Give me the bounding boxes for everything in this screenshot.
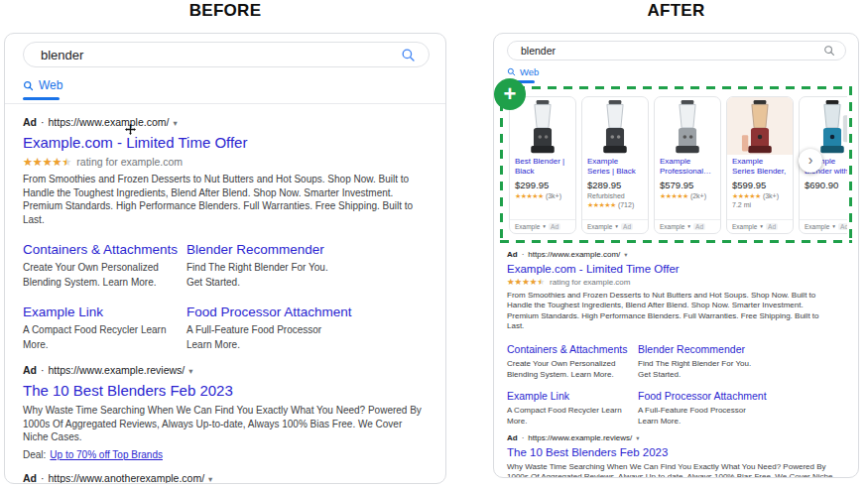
ad-url-line: Ad · https://www.example.com/ ▾ (507, 250, 846, 259)
ad-block-1: Ad · https://www.example.com/ ▾ Example.… (23, 116, 430, 226)
product-distance: 7.2 mi (732, 201, 788, 208)
merchant-name[interactable]: Example (805, 223, 829, 230)
product-review-count: (3k+) (763, 192, 779, 199)
merchant-caret[interactable]: ▾ (543, 223, 546, 229)
sitelink: Food Processor Attachment A Full-Feature… (638, 390, 846, 427)
rating-text: rating for example.com (76, 156, 183, 168)
sitelink-title[interactable]: Example Link (507, 390, 638, 402)
merchant-name[interactable]: Example (515, 223, 540, 230)
ad-url-line: Ad · https://www.anotherexample.com/ ▾ (23, 472, 430, 484)
sitelink-title[interactable]: Blender Recommender (638, 343, 846, 355)
product-price: $599.95 (732, 180, 788, 190)
sitelink-description: A Full-Feature Food Processor Learn More… (638, 405, 755, 427)
product-price: $579.95 (660, 180, 715, 190)
product-title[interactable]: Example Professional… (660, 157, 715, 177)
sitelink-description: Find The Right Blender For You. Get Star… (638, 358, 755, 380)
sitelink: Blender Recommender Find The Right Blend… (638, 343, 846, 380)
ad-badge: Ad (621, 223, 633, 230)
ad-block-2: Ad · https://www.example.reviews/ ▾ The … (23, 364, 430, 460)
ad-options-caret[interactable]: ▾ (188, 366, 192, 376)
ad-url: https://www.example.com/ (49, 116, 170, 128)
product-condition: Refurbished (587, 192, 643, 199)
ad-title-link[interactable]: Example.com - Limited Time Offer (23, 134, 430, 151)
merchant-caret[interactable]: ▾ (760, 223, 763, 229)
tab-web[interactable]: Web (23, 78, 430, 92)
ad-options-caret[interactable]: ▾ (173, 118, 177, 128)
plus-icon: + (504, 83, 517, 105)
sitelink-description: A Full-Feature Food Processor Learn More… (186, 323, 333, 352)
ad-badge: Ad (766, 223, 778, 230)
ad-description: Why Waste Time Searching When We Can Fin… (507, 462, 836, 479)
product-card[interactable]: Example Professional… $579.95 ★★★★★(2k+)… (654, 96, 721, 234)
ad-title-link[interactable]: The 10 Best Blenders Feb 2023 (507, 446, 846, 458)
ad-options-caret[interactable]: ▾ (208, 474, 212, 484)
highlight-border-left (500, 86, 503, 243)
sitelink: Example Link A Compact Food Recycler Lea… (23, 305, 186, 352)
sitelinks-grid: Containers & Attachments Create Your Own… (23, 242, 430, 352)
star-rating: ★★★★★★★★★★ (23, 157, 71, 168)
product-merchant-row: Example ▾ Ad (510, 219, 575, 233)
sitelink-title[interactable]: Example Link (23, 305, 186, 319)
product-merchant-row: Example ▾ Ad (800, 219, 847, 233)
sitelink-title[interactable]: Food Processor Attachment (186, 305, 430, 319)
ad-description: Why Waste Time Searching When We Can Fin… (23, 404, 422, 444)
product-stars: ★★★★★ (732, 192, 761, 199)
merchant-caret[interactable]: ▾ (687, 223, 690, 229)
ad-separator: · (41, 472, 45, 484)
after-heading: AFTER (493, 1, 859, 21)
product-card[interactable]: Example Series Blender, White $599.95 ★★… (726, 96, 794, 234)
ad-url: https://www.example.reviews/ (528, 433, 632, 442)
highlight-border-right (849, 86, 852, 243)
highlight-border-top (500, 86, 852, 89)
ad-block-2: Ad · https://www.example.reviews/ ▾ The … (507, 433, 846, 479)
product-price: $299.95 (515, 180, 570, 190)
ad-description: From Smoothies and Frozen Desserts to Nu… (23, 173, 422, 226)
carousel-next-button[interactable]: › (799, 149, 822, 173)
product-image (582, 97, 648, 155)
sitelink-title[interactable]: Food Processor Attachment (638, 390, 846, 402)
search-input[interactable] (521, 45, 823, 57)
ad-title-link[interactable]: The 10 Best Blenders Feb 2023 (23, 382, 430, 399)
merchant-caret[interactable]: ▾ (832, 223, 835, 229)
ad-options-caret[interactable]: ▾ (624, 251, 627, 259)
sitelink-title[interactable]: Containers & Attachments (23, 242, 186, 257)
merchant-caret[interactable]: ▾ (615, 223, 618, 229)
product-price: $690.90 (805, 180, 847, 190)
ad-label: Ad (507, 250, 518, 259)
ad-url-line: Ad · https://www.example.reviews/ ▾ (507, 433, 846, 442)
merchant-name[interactable]: Example (732, 223, 757, 230)
search-icon[interactable] (401, 48, 416, 62)
deal-label: Deal: (23, 449, 46, 460)
product-title[interactable]: Example Series | Black (587, 157, 643, 177)
ad-url-line: Ad · https://www.example.reviews/ ▾ (23, 364, 430, 376)
product-merchant-row: Example ▾ Ad (582, 219, 648, 233)
product-title[interactable]: Best Blender | Black (515, 157, 570, 177)
sitelink-description: A Compact Food Recycler Learn More. (507, 405, 624, 427)
sitelink-title[interactable]: Blender Recommender (186, 242, 430, 257)
sitelinks-grid: Containers & Attachments Create Your Own… (507, 343, 846, 427)
product-card[interactable]: Example Series | Black $289.95 Refurbish… (581, 96, 649, 234)
product-carousel-highlight: Best Blender | Black $299.95 ★★★★★(3k+) … (500, 86, 852, 243)
merchant-name[interactable]: Example (587, 223, 612, 230)
product-title[interactable]: Example Series Blender, White (732, 157, 788, 177)
product-carousel: Best Blender | Black $299.95 ★★★★★(3k+) … (509, 96, 847, 234)
product-merchant-row: Example ▾ Ad (727, 219, 793, 233)
sitelink-title[interactable]: Containers & Attachments (507, 343, 638, 355)
ad-url-line: Ad · https://www.example.com/ ▾ (23, 116, 430, 128)
before-heading: BEFORE (4, 1, 446, 21)
ad-label: Ad (23, 364, 37, 376)
deal-link[interactable]: Up to 70% off Top Brands (50, 449, 163, 460)
ad-title-link[interactable]: Example.com - Limited Time Offer (507, 263, 846, 275)
merchant-name[interactable]: Example (660, 223, 684, 230)
product-image (727, 97, 793, 155)
ad-options-caret[interactable]: ▾ (636, 434, 639, 442)
web-tab-label: Web (520, 66, 539, 77)
cursor-icon (125, 121, 136, 139)
product-card[interactable]: Best Blender | Black $299.95 ★★★★★(3k+) … (509, 96, 576, 234)
product-merchant-row: Example ▾ Ad (655, 219, 720, 233)
search-bar (23, 42, 430, 67)
tab-web[interactable]: Web (507, 66, 846, 77)
search-input[interactable] (41, 48, 401, 62)
web-tab-search-icon (507, 67, 516, 76)
search-icon[interactable] (823, 45, 835, 57)
